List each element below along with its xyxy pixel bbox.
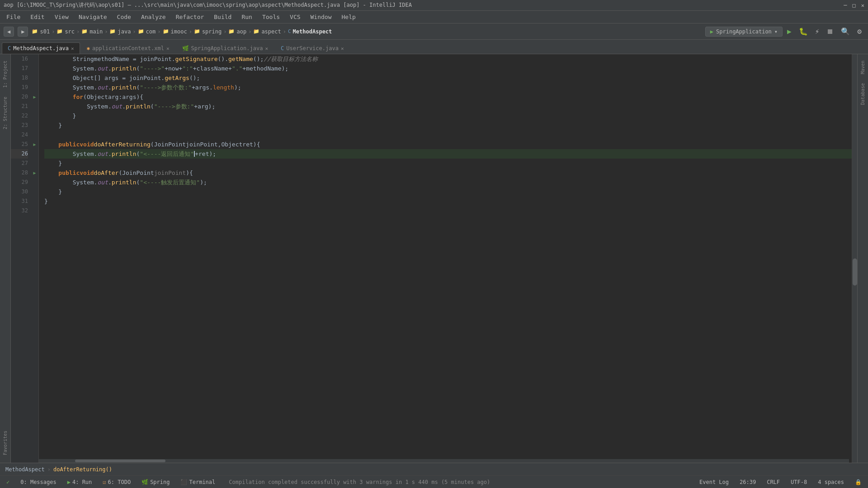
gutter-17	[31, 64, 38, 73]
tab-close-springapplication[interactable]: ✕	[265, 46, 268, 52]
menu-view[interactable]: View	[50, 12, 73, 22]
gutter-24	[31, 130, 38, 140]
coverage-btn[interactable]: ⚡	[812, 26, 822, 37]
indent-label: 4 spaces	[818, 479, 844, 485]
gutter-18	[31, 73, 38, 83]
spring-label: Spring	[150, 479, 170, 485]
status-check[interactable]: ✓	[4, 478, 12, 486]
sidebar-maven-label[interactable]: Maven	[859, 58, 867, 77]
status-encoding[interactable]: UTF-8	[788, 478, 810, 486]
code-line-17: System.out.println("---->"+now+":"+class…	[44, 64, 852, 73]
code-line-27: }	[44, 159, 852, 168]
status-terminal[interactable]: ⬛ Terminal	[178, 478, 218, 486]
tab-close-userservice[interactable]: ✕	[341, 46, 344, 52]
status-line-sep[interactable]: CRLF	[764, 478, 783, 486]
breadcrumb-java[interactable]: java	[118, 28, 131, 35]
breadcrumb-imooc[interactable]: imooc	[171, 28, 187, 35]
horizontal-scrollbar[interactable]	[39, 459, 849, 463]
line-num-20: 20	[11, 92, 28, 102]
menu-refactor[interactable]: Refactor	[171, 12, 209, 22]
code-line-32	[44, 206, 852, 216]
line-sep-label: CRLF	[767, 479, 780, 485]
gutter-16	[31, 54, 38, 64]
breadcrumb-aspect[interactable]: aspect	[261, 28, 281, 35]
spring-folder-icon: 📁	[194, 28, 200, 34]
statusbar: ✓ 0: Messages ▶ 4: Run ☑ 6: TODO 🌿 Sprin…	[0, 475, 868, 488]
tab-userservice[interactable]: C UserService.java ✕	[275, 42, 349, 54]
tabsbar: C MethodAspect.java ✕ ✱ applicationConte…	[0, 40, 868, 54]
menu-run[interactable]: Run	[237, 12, 256, 22]
breadcrumb-spring[interactable]: spring	[202, 28, 222, 35]
sidebar-structure-label[interactable]: 2: Structure	[1, 94, 9, 132]
breadcrumb-aop[interactable]: aop	[236, 28, 246, 35]
status-position[interactable]: 26:39	[737, 478, 759, 486]
gutter-22	[31, 111, 38, 121]
menu-file[interactable]: File	[2, 12, 25, 22]
menu-code[interactable]: Code	[113, 12, 136, 22]
tab-methodaspect[interactable]: C MethodAspect.java ✕	[2, 42, 80, 54]
terminal-icon: ⬛	[180, 479, 187, 485]
run-config-dropdown[interactable]: ▶ SpringApplication ▾	[705, 27, 783, 37]
settings-icon[interactable]: ⚙	[854, 26, 864, 37]
status-readonly-icon[interactable]: 🔒	[852, 478, 864, 486]
menu-help[interactable]: Help	[337, 12, 360, 22]
java-folder-icon: 📁	[109, 28, 116, 34]
sidebar-database-label[interactable]: Database	[859, 80, 867, 108]
menu-vcs[interactable]: VCS	[285, 12, 305, 22]
maximize-btn[interactable]: □	[853, 2, 856, 9]
menu-analyze[interactable]: Analyze	[137, 12, 170, 22]
run-btn[interactable]: ▶	[784, 26, 794, 37]
gutter-19	[31, 83, 38, 92]
line-num-16: 16	[11, 54, 28, 64]
tab-java-icon-1: C	[8, 45, 11, 52]
tab-applicationcontext[interactable]: ✱ applicationContext.xml ✕	[81, 42, 175, 54]
sidebar-favorites-label[interactable]: Favorites	[1, 428, 9, 458]
breadcrumb-file[interactable]: MethodAspect	[293, 28, 332, 35]
search-icon[interactable]: 🔍	[838, 26, 853, 37]
minimize-btn[interactable]: ─	[844, 2, 847, 9]
menu-edit[interactable]: Edit	[26, 12, 49, 22]
nav-back-btn[interactable]: ◀	[4, 27, 14, 37]
tab-java-icon-2: C	[281, 45, 284, 52]
status-messages[interactable]: 0: Messages	[18, 478, 59, 486]
breadcrumb-src[interactable]: src	[65, 28, 75, 35]
tab-close-applicationcontext[interactable]: ✕	[166, 46, 170, 52]
breadcrumb-com[interactable]: com	[146, 28, 156, 35]
line-num-21: 21	[11, 102, 28, 111]
menu-navigate[interactable]: Navigate	[74, 12, 112, 22]
vertical-scrollbar[interactable]	[852, 54, 857, 463]
nav-forward-btn[interactable]: ▶	[18, 27, 28, 37]
code-line-25: public void doAfterReturning(JoinPoint j…	[44, 140, 852, 149]
breadcrumb-project[interactable]: s01	[40, 28, 50, 35]
sidebar-project-label[interactable]: 1: Project	[1, 58, 9, 90]
bc-class[interactable]: MethodAspect	[5, 466, 45, 473]
gutter-25: ▶	[31, 140, 38, 149]
right-sidebar: Maven Database	[857, 54, 868, 463]
stop-btn[interactable]: ⏹	[824, 26, 836, 37]
line-num-25: 25	[11, 140, 28, 149]
line-num-22: 22	[11, 111, 28, 121]
breadcrumb-main[interactable]: main	[90, 28, 103, 35]
menu-build[interactable]: Build	[209, 12, 236, 22]
code-line-18: Object[] args = joinPoint.getArgs();	[44, 73, 852, 83]
bc-method[interactable]: doAfterReturning()	[53, 466, 112, 473]
menu-window[interactable]: Window	[306, 12, 336, 22]
code-content[interactable]: String methodName = joinPoint.getSignatu…	[39, 54, 852, 463]
menu-tools[interactable]: Tools	[258, 12, 284, 22]
debug-btn[interactable]: 🐛	[796, 26, 811, 37]
status-run[interactable]: ▶ 4: Run	[65, 478, 95, 486]
status-todo[interactable]: ☑ 6: TODO	[100, 478, 133, 486]
left-sidebar: 1: Project 2: Structure Favorites	[0, 54, 11, 463]
code-line-28: public void doAfter(JoinPoint joinPoint)…	[44, 168, 852, 178]
tab-close-methodaspect[interactable]: ✕	[71, 46, 74, 52]
close-btn[interactable]: ✕	[861, 2, 864, 9]
com-folder-icon: 📁	[138, 28, 144, 34]
status-spring[interactable]: 🌿 Spring	[139, 478, 172, 486]
encoding-label: UTF-8	[791, 479, 807, 485]
status-indent[interactable]: 4 spaces	[815, 478, 847, 486]
status-event-log[interactable]: Event Log	[697, 478, 731, 486]
tab-springapplication[interactable]: 🌿 SpringApplication.java ✕	[176, 42, 274, 54]
line-num-29: 29	[11, 178, 28, 187]
gutter: ▶ ▶ ▶	[31, 54, 39, 463]
methodaspect-file-icon: C	[288, 28, 291, 34]
